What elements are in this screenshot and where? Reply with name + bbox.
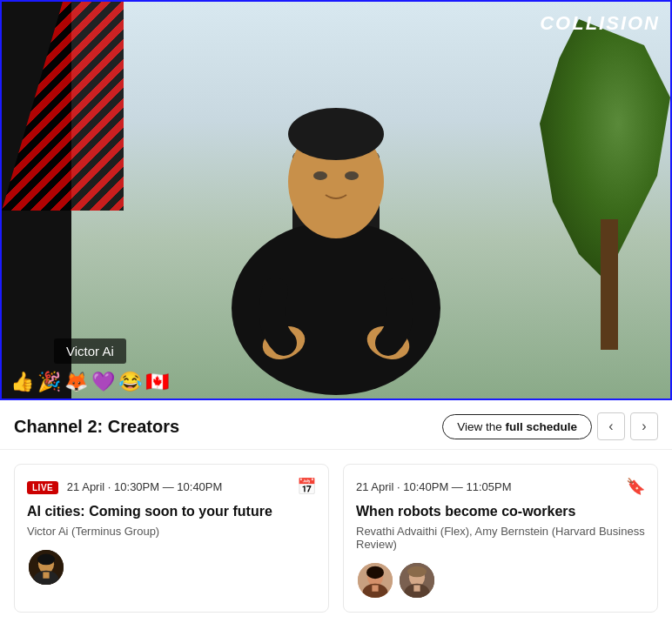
svg-point-4 (288, 108, 384, 160)
prev-button[interactable]: ‹ (597, 412, 625, 440)
card2-avatars (356, 561, 645, 600)
session-card-1: LIVE 21 April · 10:30PM — 10:40PM 📅 AI c… (14, 464, 329, 613)
avatar-victor-ai (27, 548, 65, 586)
decorative-plant (531, 19, 670, 350)
channel-title: Channel 2: Creators (14, 417, 179, 437)
card1-title: AI cities: Coming soon to your future (27, 503, 316, 521)
speaker-name-badge: Victor Ai (54, 338, 126, 364)
svg-point-5 (313, 171, 327, 180)
svg-rect-18 (372, 585, 378, 591)
bottom-section: Channel 2: Creators View the full schedu… (0, 400, 672, 621)
card1-avatars (27, 548, 316, 586)
emoji-flag[interactable]: 🇨🇦 (145, 371, 169, 393)
next-button[interactable]: › (630, 412, 658, 440)
bookmark-icon[interactable]: 🔖 (626, 477, 645, 496)
svg-point-16 (366, 566, 384, 579)
video-player: COLLISION Victor Ai 👍 🎉 🦊 💜 😂 🇨🇦 (0, 0, 672, 400)
svg-rect-23 (413, 585, 420, 591)
emoji-laugh[interactable]: 😂 (118, 371, 142, 393)
view-schedule-button[interactable]: View the full schedule (442, 414, 592, 439)
emoji-heart[interactable]: 💜 (91, 371, 115, 393)
header-controls: View the full schedule ‹ › (442, 412, 658, 440)
speaker-video (162, 30, 510, 399)
emoji-thumbsup[interactable]: 👍 (10, 371, 34, 393)
svg-rect-13 (43, 572, 49, 578)
card1-time: 21 April · 10:30PM — 10:40PM (67, 480, 222, 493)
emoji-party[interactable]: 🎉 (37, 371, 61, 393)
card2-subtitle: Revathi Advaithi (Flex), Amy Bernstein (… (356, 525, 645, 551)
card1-subtitle: Victor Ai (Terminus Group) (27, 525, 316, 538)
emoji-fox[interactable]: 🦊 (64, 371, 88, 393)
avatar-amy (398, 561, 436, 600)
session-cards: LIVE 21 April · 10:30PM — 10:40PM 📅 AI c… (0, 450, 672, 621)
session-card-2: 21 April · 10:40PM — 11:05PM 🔖 When robo… (343, 464, 658, 613)
card1-datetime: LIVE 21 April · 10:30PM — 10:40PM 📅 (27, 477, 316, 496)
calendar-icon[interactable]: 📅 (297, 477, 316, 496)
svg-point-6 (345, 171, 359, 180)
card2-datetime: 21 April · 10:40PM — 11:05PM 🔖 (356, 477, 645, 496)
collision-logo: COLLISION (540, 12, 660, 35)
live-badge: LIVE (27, 481, 58, 494)
card2-time: 21 April · 10:40PM — 11:05PM (356, 480, 511, 493)
brand-stripe (2, 2, 124, 211)
svg-point-11 (37, 553, 55, 565)
svg-point-21 (407, 566, 427, 577)
emoji-reactions[interactable]: 👍 🎉 🦊 💜 😂 🇨🇦 (10, 371, 169, 393)
card2-title: When robots become co-workers (356, 503, 645, 521)
channel-header: Channel 2: Creators View the full schedu… (0, 400, 672, 450)
avatar-revathi (356, 561, 394, 600)
